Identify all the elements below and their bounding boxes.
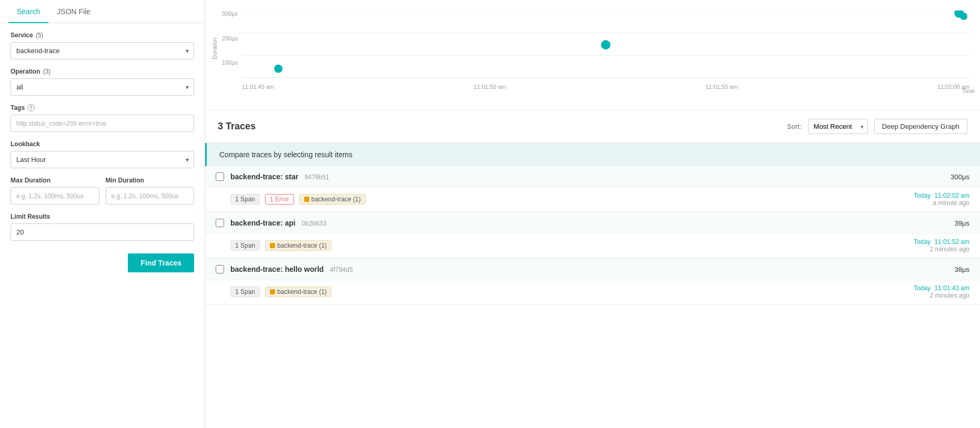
trace-header-row-3[interactable]: backend-trace: hello world 4f794d5 38μs [205, 259, 980, 280]
dep-graph-button[interactable]: Deep Dependency Graph [874, 119, 967, 134]
trace-details-row-1: 1 Span 1 Error backend-trace (1) Today 1… [205, 188, 980, 212]
search-form: Service (5) backend-trace frontend api-g… [0, 23, 205, 428]
service-tag-1: backend-trace (1) [299, 194, 366, 205]
traces-list: backend-trace: star 9476b51 300μs 1 Span… [205, 166, 980, 428]
trace-today-3: Today [914, 284, 931, 292]
trace-details-row-2: 1 Span backend-trace (1) Today 11:01:52 … [205, 234, 980, 258]
trace-time-info-2: Today 11:01:52 am 2 minutes ago [914, 238, 969, 253]
operation-label: Operation (3) [11, 68, 194, 75]
trace-time-info-1: Today 11:02:02 am a minute ago [914, 192, 969, 207]
operation-field-group: Operation (3) all GET /star POST /api GE… [11, 68, 194, 96]
sort-select-wrapper: Most Recent Longest First Shortest First… [808, 119, 868, 134]
trace-checkbox-2[interactable] [216, 219, 224, 227]
limit-results-field-group: Limit Results [11, 213, 194, 241]
trace-checkbox-3[interactable] [216, 265, 224, 273]
tags-help-icon[interactable]: ? [27, 104, 35, 111]
chart-container: 300μs 200μs 100μs 11:01:45 am [216, 11, 969, 95]
tab-json-file[interactable]: JSON File [48, 0, 99, 23]
trace-today-2: Today [914, 238, 931, 246]
max-duration-field-group: Max Duration [11, 177, 99, 205]
trace-id-1: 9476b51 [305, 174, 329, 181]
time-axis-label: Time [962, 88, 975, 94]
min-duration-field-group: Min Duration [106, 177, 195, 205]
y-label-100: 100μs [222, 59, 238, 66]
trace-item-1: backend-trace: star 9476b51 300μs 1 Span… [205, 166, 980, 212]
lookback-select-wrapper: Last Hour Last 2 Hours Last 6 Hours Last… [11, 151, 194, 168]
tags-field-group: Tags ? [11, 104, 194, 132]
tab-bar: Search JSON File [0, 0, 205, 23]
error-badge-1: 1 Error [265, 194, 294, 205]
left-panel: Search JSON File Service (5) backend-tra… [0, 0, 205, 428]
trace-time-1: 11:02:02 am [934, 192, 969, 199]
trace-checkbox-1[interactable] [216, 172, 224, 181]
tags-label: Tags ? [11, 104, 194, 111]
tab-search[interactable]: Search [8, 0, 48, 23]
lookback-label: Lookback [11, 140, 194, 148]
service-field-group: Service (5) backend-trace frontend api-g… [11, 32, 194, 59]
y-label-300: 300μs [222, 11, 238, 17]
trace-header-row-1[interactable]: backend-trace: star 9476b51 300μs [205, 166, 980, 188]
trace-time-3: 11:01:43 am [934, 284, 969, 292]
limit-results-label: Limit Results [11, 213, 194, 220]
limit-results-input[interactable] [11, 223, 194, 241]
y-axis: 300μs 200μs 100μs [216, 11, 242, 84]
traces-header: 3 Traces Sort: Most Recent Longest First… [205, 110, 980, 143]
chart-dot-1 [274, 65, 282, 73]
trace-relative-2: 2 minutes ago [914, 246, 969, 253]
service-label: Service (5) [11, 32, 194, 39]
lookback-select[interactable]: Last Hour Last 2 Hours Last 6 Hours Last… [11, 151, 194, 168]
trace-id-3: 4f794d5 [330, 266, 352, 273]
service-tag-icon-2 [270, 243, 275, 248]
operation-count: (3) [43, 68, 51, 75]
trace-id-2: 0b2b633 [302, 220, 327, 227]
y-label-200: 200μs [222, 35, 238, 42]
service-count: (5) [36, 32, 44, 39]
x-label-1: 11:01:45 am [242, 84, 274, 90]
trace-item-3: backend-trace: hello world 4f794d5 38μs … [205, 259, 980, 305]
trace-duration-1: 300μs [951, 173, 969, 181]
trace-title-2: backend-trace: api 0b2b633 [230, 219, 955, 227]
span-count-2: 1 Span [230, 240, 260, 251]
max-duration-input[interactable] [11, 187, 99, 205]
trace-header-row-2[interactable]: backend-trace: api 0b2b633 39μs [205, 212, 980, 234]
traces-count: 3 Traces [218, 121, 256, 132]
service-tag-icon-1 [304, 197, 309, 202]
min-duration-label: Min Duration [106, 177, 195, 184]
trace-title-1: backend-trace: star 9476b51 [230, 172, 951, 181]
trace-duration-3: 38μs [955, 266, 969, 273]
trace-today-1: Today [914, 192, 931, 199]
chart-svg [242, 11, 969, 78]
trace-item-2: backend-trace: api 0b2b633 39μs 1 Span b… [205, 212, 980, 259]
trace-relative-3: 2 minutes ago [914, 292, 969, 299]
trace-duration-2: 39μs [955, 219, 969, 227]
lookback-field-group: Lookback Last Hour Last 2 Hours Last 6 H… [11, 140, 194, 168]
duration-row: Max Duration Min Duration [11, 177, 194, 213]
tags-input[interactable] [11, 115, 194, 132]
service-select[interactable]: backend-trace frontend api-gateway auth-… [11, 42, 194, 59]
span-count-1: 1 Span [230, 194, 260, 205]
chart-dot-2 [601, 40, 611, 49]
max-duration-label: Max Duration [11, 177, 99, 184]
span-count-3: 1 Span [230, 287, 260, 297]
chart-dot-3 [954, 11, 964, 18]
trace-details-row-3: 1 Span backend-trace (1) Today 11:01:43 … [205, 280, 980, 304]
trace-time-info-3: Today 11:01:43 am 2 minutes ago [914, 284, 969, 299]
chart-area: Duration 300μs 200μs 100μs [205, 0, 980, 110]
find-traces-button[interactable]: Find Traces [128, 253, 194, 272]
x-axis: 11:01:45 am 11:01:50 am 11:01:55 am 11:0… [242, 81, 969, 95]
operation-select[interactable]: all GET /star POST /api GET /hello [11, 78, 194, 96]
x-label-3: 11:01:55 am [705, 84, 737, 90]
x-label-2: 11:01:50 am [474, 84, 506, 90]
trace-time-2: 11:01:52 am [934, 238, 969, 246]
trace-title-3: backend-trace: hello world 4f794d5 [230, 265, 955, 273]
service-tag-icon-3 [270, 289, 275, 294]
operation-select-wrapper: all GET /star POST /api GET /hello [11, 78, 194, 96]
service-tag-2: backend-trace (1) [265, 240, 331, 251]
trace-relative-1: a minute ago [914, 199, 969, 207]
sort-select[interactable]: Most Recent Longest First Shortest First… [808, 119, 868, 134]
sort-area: Sort: Most Recent Longest First Shortest… [787, 119, 967, 134]
service-select-wrapper: backend-trace frontend api-gateway auth-… [11, 42, 194, 59]
min-duration-input[interactable] [106, 187, 195, 205]
right-panel: Duration 300μs 200μs 100μs [205, 0, 980, 428]
service-tag-3: backend-trace (1) [265, 287, 331, 297]
